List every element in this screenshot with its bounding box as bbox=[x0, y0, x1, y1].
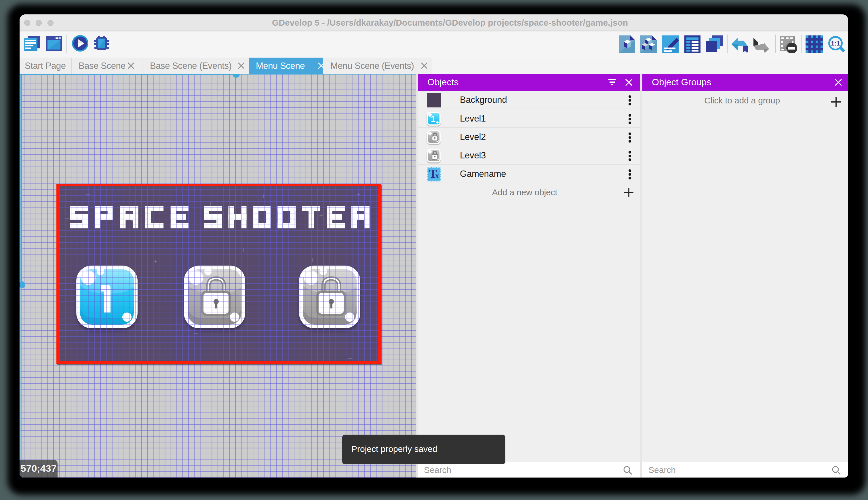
svg-text:1:1: 1:1 bbox=[831, 40, 840, 47]
